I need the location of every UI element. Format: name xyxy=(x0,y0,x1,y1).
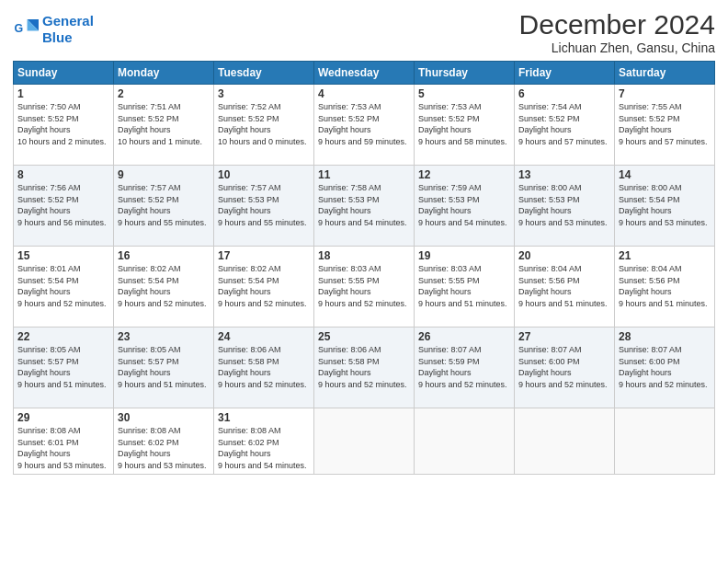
th-friday: Friday xyxy=(515,62,615,85)
table-row: 15Sunrise: 8:01 AMSunset: 5:54 PMDayligh… xyxy=(14,247,114,327)
table-row xyxy=(615,408,715,475)
th-sunday: Sunday xyxy=(14,62,114,85)
th-tuesday: Tuesday xyxy=(214,62,314,85)
th-wednesday: Wednesday xyxy=(314,62,415,85)
table-row: 22Sunrise: 8:05 AMSunset: 5:57 PMDayligh… xyxy=(14,327,114,408)
table-row: 30Sunrise: 8:08 AMSunset: 6:02 PMDayligh… xyxy=(114,408,214,475)
table-row: 19Sunrise: 8:03 AMSunset: 5:55 PMDayligh… xyxy=(415,247,515,327)
table-row: 10Sunrise: 7:57 AMSunset: 5:53 PMDayligh… xyxy=(214,166,314,247)
logo: G General Blue xyxy=(13,9,94,46)
th-thursday: Thursday xyxy=(415,62,515,85)
logo-line2: Blue xyxy=(42,29,73,45)
table-row: 27Sunrise: 8:07 AMSunset: 6:00 PMDayligh… xyxy=(515,327,615,408)
table-row: 20Sunrise: 8:04 AMSunset: 5:56 PMDayligh… xyxy=(515,247,615,327)
table-row: 28Sunrise: 8:07 AMSunset: 6:00 PMDayligh… xyxy=(615,327,715,408)
table-row xyxy=(415,408,515,475)
table-row: 14Sunrise: 8:00 AMSunset: 5:54 PMDayligh… xyxy=(615,166,715,247)
table-row: 31Sunrise: 8:08 AMSunset: 6:02 PMDayligh… xyxy=(214,408,314,475)
table-row: 1Sunrise: 7:50 AMSunset: 5:52 PMDaylight… xyxy=(14,85,114,166)
table-row: 18Sunrise: 8:03 AMSunset: 5:55 PMDayligh… xyxy=(314,247,415,327)
table-row: 4Sunrise: 7:53 AMSunset: 5:52 PMDaylight… xyxy=(314,85,415,166)
table-row: 7Sunrise: 7:55 AMSunset: 5:52 PMDaylight… xyxy=(615,85,715,166)
table-row: 21Sunrise: 8:04 AMSunset: 5:56 PMDayligh… xyxy=(615,247,715,327)
table-row: 13Sunrise: 8:00 AMSunset: 5:53 PMDayligh… xyxy=(515,166,615,247)
table-row xyxy=(314,408,415,475)
table-row: 5Sunrise: 7:53 AMSunset: 5:52 PMDaylight… xyxy=(415,85,515,166)
th-monday: Monday xyxy=(114,62,214,85)
logo-text: General Blue xyxy=(42,13,94,46)
table-row: 17Sunrise: 8:02 AMSunset: 5:54 PMDayligh… xyxy=(214,247,314,327)
title-block: December 2024 Lichuan Zhen, Gansu, China xyxy=(519,9,715,55)
logo-icon: G xyxy=(13,17,39,42)
table-row: 16Sunrise: 8:02 AMSunset: 5:54 PMDayligh… xyxy=(114,247,214,327)
location: Lichuan Zhen, Gansu, China xyxy=(519,40,715,55)
header-row: Sunday Monday Tuesday Wednesday Thursday… xyxy=(14,62,715,85)
table-row: 8Sunrise: 7:56 AMSunset: 5:52 PMDaylight… xyxy=(14,166,114,247)
table-row: 12Sunrise: 7:59 AMSunset: 5:53 PMDayligh… xyxy=(415,166,515,247)
logo-line1: General xyxy=(42,13,94,29)
table-row: 6Sunrise: 7:54 AMSunset: 5:52 PMDaylight… xyxy=(515,85,615,166)
table-row: 3Sunrise: 7:52 AMSunset: 5:52 PMDaylight… xyxy=(214,85,314,166)
month-title: December 2024 xyxy=(519,9,715,40)
svg-text:G: G xyxy=(15,22,24,35)
table-row: 25Sunrise: 8:06 AMSunset: 5:58 PMDayligh… xyxy=(314,327,415,408)
table-row: 24Sunrise: 8:06 AMSunset: 5:58 PMDayligh… xyxy=(214,327,314,408)
calendar-table: Sunday Monday Tuesday Wednesday Thursday… xyxy=(13,61,715,475)
table-row: 29Sunrise: 8:08 AMSunset: 6:01 PMDayligh… xyxy=(14,408,114,475)
th-saturday: Saturday xyxy=(615,62,715,85)
table-row: 9Sunrise: 7:57 AMSunset: 5:52 PMDaylight… xyxy=(114,166,214,247)
table-row: 2Sunrise: 7:51 AMSunset: 5:52 PMDaylight… xyxy=(114,85,214,166)
table-row: 23Sunrise: 8:05 AMSunset: 5:57 PMDayligh… xyxy=(114,327,214,408)
page: G General Blue December 2024 Lichuan Zhe… xyxy=(0,0,728,563)
table-row: 11Sunrise: 7:58 AMSunset: 5:53 PMDayligh… xyxy=(314,166,415,247)
table-row: 26Sunrise: 8:07 AMSunset: 5:59 PMDayligh… xyxy=(415,327,515,408)
table-row xyxy=(515,408,615,475)
header: G General Blue December 2024 Lichuan Zhe… xyxy=(13,9,715,55)
